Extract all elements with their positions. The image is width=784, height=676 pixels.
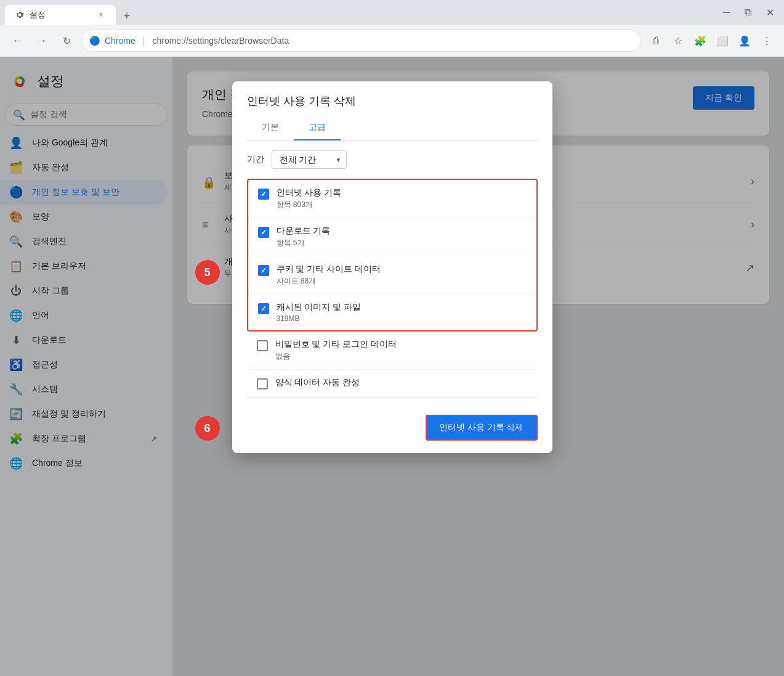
- tab-basic[interactable]: 기본: [247, 116, 294, 140]
- checkbox-item-history: ✓ 인터넷 사용 기록 항목 803개: [248, 180, 536, 218]
- unchecked-items-list: 비밀번호 및 기타 로그인 데이터 없음 양식 데이터 자동 완성: [247, 332, 538, 397]
- dialog-body: 기간 전체 기간 지난 1시간 지난 24시간 지난 7일 지난 4주: [232, 140, 552, 407]
- checkbox-item-autofill: 양식 데이터 자동 완성: [247, 370, 538, 397]
- tab-advanced[interactable]: 고급: [294, 116, 341, 140]
- checkbox-downloads[interactable]: ✓: [258, 227, 269, 238]
- time-range-label: 기간: [247, 154, 264, 165]
- checkbox-label: 캐시된 이미지 및 파일: [277, 302, 362, 313]
- dialog-footer: 인터넷 사용 기록 삭제: [232, 407, 552, 453]
- checkbox-sub: 항목 803개: [277, 200, 342, 210]
- checkbox-item-cache: ✓ 캐시된 이미지 및 파일 319MB: [248, 295, 536, 330]
- menu-button[interactable]: ⋮: [757, 31, 777, 51]
- profile-button[interactable]: ⬜: [713, 31, 732, 51]
- checkbox-label: 비밀번호 및 기타 로그인 데이터: [275, 339, 397, 350]
- bookmark-button[interactable]: ☆: [668, 31, 688, 51]
- clear-browser-data-dialog: 인터넷 사용 기록 삭제 기본 고급 기간 전체 기간: [232, 81, 552, 453]
- time-range-row: 기간 전체 기간 지난 1시간 지난 24시간 지난 7일 지난 4주: [247, 150, 538, 169]
- address-bar[interactable]: 🔵 Chrome | chrome://settings/clearBrowse…: [81, 30, 641, 52]
- dialog-header: 인터넷 사용 기록 삭제 기본 고급: [232, 81, 552, 140]
- site-info-icon: 🔵: [89, 36, 100, 46]
- extension-button[interactable]: 🧩: [690, 31, 710, 51]
- dialog-wrapper: 5 6 인터넷 사용 기록 삭제 기본 고급: [232, 81, 552, 453]
- reload-button[interactable]: ↻: [57, 31, 76, 51]
- checkbox-label: 다운로드 기록: [277, 226, 331, 237]
- new-tab-button[interactable]: +: [118, 7, 135, 25]
- back-button[interactable]: ←: [7, 31, 27, 51]
- settings-icon: [15, 10, 25, 20]
- nav-bar: ← → ↻ 🔵 Chrome | chrome://settings/clear…: [0, 25, 784, 57]
- time-range-select-wrapper: 전체 기간 지난 1시간 지난 24시간 지난 7일 지난 4주: [272, 150, 347, 169]
- checkbox-item-passwords: 비밀번호 및 기타 로그인 데이터 없음: [247, 332, 538, 370]
- account-button[interactable]: 👤: [735, 31, 754, 51]
- dialog-footer-wrapper: 인터넷 사용 기록 삭제: [232, 407, 552, 453]
- time-range-select[interactable]: 전체 기간 지난 1시간 지난 24시간 지난 7일 지난 4주: [272, 150, 347, 169]
- step-6-badge: 6: [195, 416, 220, 441]
- checkbox-cookies[interactable]: ✓: [258, 265, 269, 276]
- tab-bar: 설정 × +: [5, 0, 135, 25]
- checkbox-sub: 사이트 88개: [277, 276, 381, 287]
- share-button[interactable]: ⎙: [646, 31, 666, 51]
- checkbox-label: 쿠키 및 기타 사이트 데이터: [277, 264, 381, 275]
- checkbox-item-downloads: ✓ 다운로드 기록 항목 5개: [248, 218, 536, 256]
- nav-actions: ⎙ ☆ 🧩 ⬜ 👤 ⋮: [646, 31, 777, 51]
- browser-frame: 설정 × + ─ ⧉ ✕ ← → ↻ 🔵 Chrome | chrome://s…: [0, 0, 784, 676]
- title-bar: 설정 × + ─ ⧉ ✕: [0, 0, 784, 25]
- checkbox-history[interactable]: ✓: [258, 189, 269, 200]
- page-content: 설정 🔍 설정 검색 👤 나와 Google의 관계 🗂️ 자동 완성 🔵 개인…: [0, 57, 784, 676]
- restore-button[interactable]: ⧉: [740, 4, 756, 20]
- close-button[interactable]: ✕: [761, 4, 779, 21]
- tab-close-button[interactable]: ×: [96, 10, 106, 20]
- checked-items-list: ✓ 인터넷 사용 기록 항목 803개 ✓: [247, 179, 538, 332]
- browser-tab[interactable]: 설정 ×: [5, 5, 116, 25]
- checkbox-label: 양식 데이터 자동 완성: [275, 377, 360, 388]
- window-controls: ─ ⧉ ✕: [718, 4, 779, 21]
- clear-data-button[interactable]: 인터넷 사용 기록 삭제: [426, 415, 538, 441]
- checkbox-label: 인터넷 사용 기록: [277, 187, 342, 198]
- checkbox-item-cookies: ✓ 쿠키 및 기타 사이트 데이터 사이트 88개: [248, 256, 536, 295]
- checkbox-sub: 없음: [275, 351, 397, 362]
- step-5-badge: 5: [195, 260, 220, 285]
- minimize-button[interactable]: ─: [718, 4, 735, 20]
- checkbox-sub: 항목 5개: [277, 238, 331, 248]
- dialog-title: 인터넷 사용 기록 삭제: [247, 94, 538, 108]
- checkbox-autofill[interactable]: [257, 378, 268, 389]
- address-url: chrome://settings/clearBrowserData: [152, 36, 289, 46]
- address-brand: Chrome: [105, 36, 135, 46]
- tab-title: 설정: [30, 9, 46, 20]
- checkbox-cache[interactable]: ✓: [258, 303, 269, 314]
- checkbox-sub: 319MB: [277, 314, 362, 323]
- forward-button[interactable]: →: [32, 31, 52, 51]
- dialog-tabs: 기본 고급: [247, 116, 538, 140]
- checkbox-passwords[interactable]: [257, 340, 268, 351]
- modal-overlay: 5 6 인터넷 사용 기록 삭제 기본 고급: [0, 57, 784, 676]
